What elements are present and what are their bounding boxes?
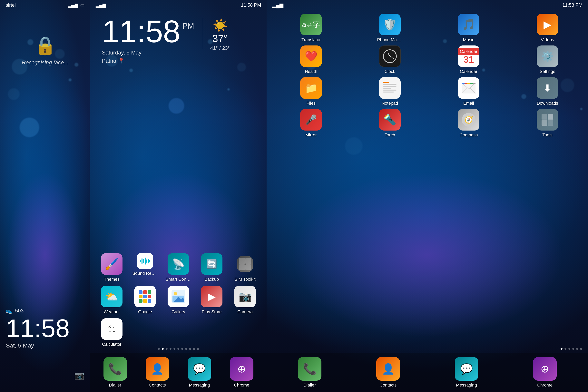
app-label-mirror: Mirror: [305, 132, 316, 138]
app-videos[interactable]: ▶ Videos: [509, 14, 586, 42]
app-settings[interactable]: ⚙️ Settings: [509, 46, 586, 74]
app-label-compass: Compass: [460, 132, 478, 138]
app-google[interactable]: Google: [129, 286, 161, 314]
tools-icon: [537, 109, 558, 130]
battery-icon: ▭: [80, 2, 85, 8]
contacts-icon: 👤: [146, 357, 169, 381]
app-clock[interactable]: Clock: [351, 46, 428, 74]
drawer-dock-messaging[interactable]: 💬 Messaging: [455, 357, 478, 388]
app-downloads[interactable]: ⬇ Downloads: [509, 77, 586, 106]
weather-range: 41° / 23°: [210, 45, 230, 51]
clock-widget: 11:58 PM Saturday, 5 May Patna 📍 ☀️ 37° …: [102, 16, 230, 65]
app-calculator[interactable]: ✕ ÷＋ − Calculator: [96, 318, 128, 347]
google-icon: [134, 286, 156, 307]
drawer-grid: a ⇄ 字 Translator 🛡️ Phone Manager 🎵 Musi…: [272, 14, 586, 138]
drawer-dock: 📞 Dialler 👤 Contacts 💬 Messaging ⊕ Chrom…: [266, 353, 588, 392]
app-health[interactable]: ❤️ Health: [272, 46, 350, 74]
app-label-camera: Camera: [237, 309, 253, 314]
compass-icon: 🧭: [458, 109, 480, 130]
app-backup[interactable]: 🔄 Backup: [196, 253, 227, 282]
app-notepad[interactable]: Notepad: [351, 77, 428, 106]
svg-rect-11: [473, 83, 476, 84]
time-status-home: 11:58 PM: [241, 2, 261, 8]
app-label-soundrec: Sound Recorder: [132, 271, 158, 276]
app-calendar[interactable]: Calendar 31 Calendar: [430, 46, 507, 74]
page-dots-drawer: [560, 348, 582, 350]
svg-rect-8: [464, 83, 467, 84]
dot-1: [158, 348, 160, 350]
app-translator[interactable]: a ⇄ 字 Translator: [272, 14, 350, 42]
app-label-health: Health: [305, 69, 317, 74]
drawer-messaging-icon: 💬: [455, 357, 478, 381]
app-compass[interactable]: 🧭 Compass: [430, 109, 507, 138]
app-tools[interactable]: Tools: [509, 109, 586, 138]
app-label-translator: Translator: [302, 37, 321, 42]
clock-icon: [379, 46, 400, 67]
app-label-smartctrl: Smart Controller: [166, 277, 191, 282]
drawer-dock-chrome[interactable]: ⊕ Chrome: [533, 357, 557, 388]
camera-shortcut-icon[interactable]: 📷: [74, 371, 84, 380]
dock-label-messaging: Messaging: [189, 382, 210, 388]
app-sim-toolkit[interactable]: SIM Toolkit: [229, 253, 261, 282]
app-music[interactable]: 🎵 Music: [430, 14, 507, 42]
app-label-themes: Themes: [104, 277, 119, 282]
signal-icon: ▂▄▆: [68, 2, 78, 8]
clock-divider: [202, 18, 202, 49]
app-weather[interactable]: ⛅ Weather: [96, 286, 128, 314]
drawer-dock-label-contacts: Contacts: [380, 382, 397, 388]
status-bar-drawer: ▂▄▆ 11:58 PM: [266, 0, 588, 10]
dot-3: [166, 348, 168, 350]
app-files[interactable]: 📁 Files: [272, 77, 350, 106]
translator-icon: a ⇄ 字: [300, 14, 322, 35]
app-camera[interactable]: 📷 Camera: [229, 286, 261, 314]
drawer-dock-contacts[interactable]: 👤 Contacts: [376, 357, 400, 388]
health-icon: ❤️: [300, 46, 322, 67]
svg-rect-7: [462, 83, 464, 84]
app-themes[interactable]: 🖌️ Themes: [96, 253, 128, 282]
drawer-dock-dialler[interactable]: 📞 Dialler: [298, 357, 322, 388]
app-label-music: Music: [463, 37, 474, 42]
dock-dialler[interactable]: 📞 Dialler: [104, 357, 127, 388]
lock-content: 🔒 Recognising face...: [0, 35, 90, 66]
app-phone-manager[interactable]: 🛡️ Phone Manager: [351, 14, 428, 42]
app-smart-controller[interactable]: 📡 Smart Controller: [163, 253, 194, 282]
status-bar-lock: airtel ▂▄▆ ▭: [0, 0, 90, 10]
drawer-dialler-icon: 📞: [298, 357, 322, 381]
lock-bottom: 👟 503 11:58 Sat, 5 May: [6, 308, 70, 349]
chrome-icon: ⊕: [230, 357, 254, 381]
drawer-dot-6: [580, 348, 582, 350]
camera-icon: 📷: [234, 286, 256, 307]
app-label-playstore: Play Store: [202, 309, 222, 314]
app-gallery[interactable]: Gallery: [163, 286, 194, 314]
dock-contacts[interactable]: 👤 Contacts: [146, 357, 169, 388]
steps-icon: 👟: [6, 308, 13, 314]
dock-messaging[interactable]: 💬 Messaging: [188, 357, 211, 388]
dot-5: [174, 348, 176, 350]
steps-count: 503: [15, 308, 24, 314]
dot-2[interactable]: [162, 348, 164, 350]
app-label-tools: Tools: [542, 132, 552, 138]
dot-7: [181, 348, 183, 350]
drawer-dot-2: [564, 348, 566, 350]
app-label-downloads: Downloads: [537, 101, 558, 106]
app-play-store[interactable]: ▶ Play Store: [196, 286, 227, 314]
app-torch[interactable]: 🔦 Torch: [351, 109, 428, 138]
home-clock-location: Patna 📍: [102, 57, 194, 65]
home-clock-time: 11:58: [102, 16, 180, 47]
app-label-torch: Torch: [384, 132, 395, 138]
app-email[interactable]: Email: [430, 77, 507, 106]
app-sound-recorder[interactable]: Sound Recorder: [129, 253, 161, 282]
weather-widget: ☀️ 37° 41° / 23°: [210, 18, 230, 51]
dock-chrome[interactable]: ⊕ Chrome: [230, 357, 254, 388]
calendar-icon: Calendar 31: [458, 46, 480, 67]
home-apps-grid: 🖌️ Themes Sound Recorder 📡 Smart Contr: [96, 253, 261, 347]
app-label-settings: Settings: [540, 69, 555, 74]
status-bar-home: ▂▄▆ 11:58 PM: [90, 0, 266, 10]
app-label-calendar: Calendar: [460, 69, 477, 74]
videos-icon: ▶: [537, 14, 558, 35]
themes-icon: 🖌️: [101, 253, 122, 275]
app-mirror[interactable]: 🎤 Mirror: [272, 109, 350, 138]
app-label-weather: Weather: [104, 309, 120, 314]
drawer-dot-1[interactable]: [560, 348, 562, 350]
recognizing-text: Recognising face...: [22, 60, 68, 66]
